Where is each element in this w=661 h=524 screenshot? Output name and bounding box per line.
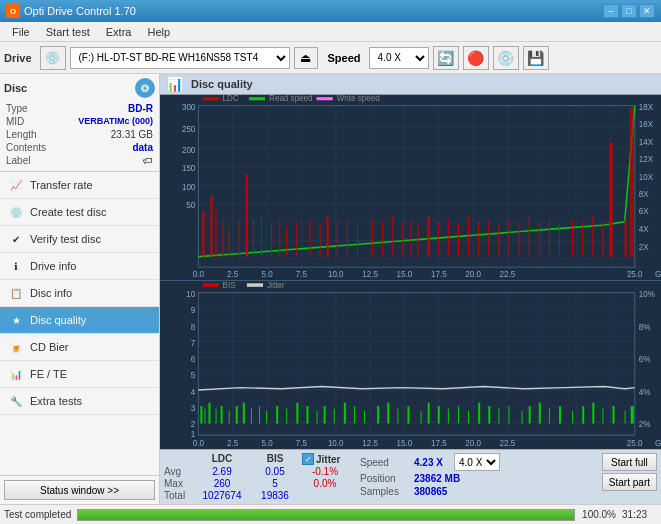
- start-buttons: Start full Start part: [602, 453, 657, 501]
- drive-select[interactable]: (F:) HL-DT-ST BD-RE WH16NS58 TST4: [70, 47, 290, 69]
- svg-text:3: 3: [191, 402, 196, 413]
- svg-rect-155: [428, 403, 430, 424]
- nav-create-test-disc[interactable]: 💿 Create test disc: [0, 199, 159, 226]
- svg-rect-147: [344, 403, 346, 424]
- svg-rect-36: [286, 227, 287, 257]
- svg-rect-51: [438, 222, 439, 257]
- svg-rect-69: [625, 220, 627, 257]
- svg-rect-49: [418, 224, 419, 257]
- stats-empty: [164, 453, 192, 465]
- svg-rect-162: [498, 408, 499, 423]
- stats-ldc-header: LDC: [196, 453, 248, 465]
- disc-length-row: Length 23.31 GB: [4, 128, 155, 141]
- svg-text:2.5: 2.5: [227, 270, 239, 279]
- menu-start-test[interactable]: Start test: [38, 24, 98, 40]
- stats-bis-header: BIS: [252, 453, 298, 465]
- nav-fe-te[interactable]: 📊 FE / TE: [0, 361, 159, 388]
- refresh-button[interactable]: 🔄: [433, 46, 459, 70]
- svg-rect-149: [364, 411, 365, 424]
- position-value: 23862 MB: [414, 473, 460, 484]
- svg-text:18X: 18X: [639, 103, 654, 112]
- stats-area: LDC BIS ✓ Jitter Avg 2.69 0.05 -0.1% Max…: [160, 449, 661, 504]
- stats-avg-jitter: -0.1%: [302, 466, 348, 477]
- disc-type-row: Type BD-R: [4, 102, 155, 115]
- disc-button[interactable]: 💿: [493, 46, 519, 70]
- nav-transfer-rate[interactable]: 📈 Transfer rate: [0, 172, 159, 199]
- svg-rect-61: [539, 222, 540, 257]
- menu-file[interactable]: File: [4, 24, 38, 40]
- menu-bar: File Start test Extra Help: [0, 22, 661, 42]
- svg-rect-154: [421, 411, 422, 424]
- nav-fe-te-label: FE / TE: [30, 368, 67, 380]
- svg-rect-146: [334, 408, 335, 423]
- disc-section: Disc 💿 Type BD-R MID VERBATIMc (000) Len…: [0, 74, 159, 172]
- svg-rect-38: [309, 220, 310, 257]
- burn-button[interactable]: 🔴: [463, 46, 489, 70]
- nav-drive-info[interactable]: ℹ Drive info: [0, 253, 159, 280]
- nav-cd-bier[interactable]: 🍺 CD Bier: [0, 334, 159, 361]
- svg-rect-25: [202, 211, 204, 256]
- nav-verify-test-disc[interactable]: ✔ Verify test disc: [0, 226, 159, 253]
- disc-length-label: Length: [6, 129, 37, 140]
- svg-rect-104: [160, 281, 661, 449]
- svg-rect-41: [337, 222, 338, 257]
- speed-select-stats[interactable]: 4.0 X Max: [454, 453, 500, 471]
- nav-disc-info[interactable]: 📋 Disc info: [0, 280, 159, 307]
- eject-button[interactable]: ⏏: [294, 47, 318, 69]
- samples-value: 380865: [414, 486, 447, 497]
- svg-rect-166: [539, 403, 541, 424]
- svg-rect-158: [458, 406, 459, 423]
- nav-verify-test-disc-label: Verify test disc: [30, 233, 101, 245]
- svg-rect-54: [468, 217, 469, 257]
- toolbar: Drive 💿 (F:) HL-DT-ST BD-RE WH16NS58 TST…: [0, 42, 661, 74]
- stats-max-label: Max: [164, 478, 192, 489]
- disc-type-label: Type: [6, 103, 28, 114]
- svg-text:2.5: 2.5: [227, 437, 238, 448]
- charts-container: 300 250 200 150 100 50 18X 16X 14X 12X 1…: [160, 95, 661, 449]
- nav-transfer-rate-label: Transfer rate: [30, 179, 93, 191]
- start-full-button[interactable]: Start full: [602, 453, 657, 471]
- svg-rect-43: [357, 224, 358, 257]
- svg-rect-70: [630, 108, 634, 257]
- nav-extra-tests[interactable]: 🔧 Extra tests: [0, 388, 159, 415]
- svg-rect-151: [387, 403, 389, 424]
- close-button[interactable]: ✕: [639, 4, 655, 18]
- nav-cd-bier-label: CD Bier: [30, 341, 69, 353]
- speed-label: Speed: [360, 457, 410, 468]
- jitter-checkbox[interactable]: ✓: [302, 453, 314, 465]
- svg-text:12.5: 12.5: [362, 437, 378, 448]
- disc-quality-icon: ★: [8, 312, 24, 328]
- svg-rect-35: [279, 220, 280, 257]
- svg-text:20.0: 20.0: [465, 270, 481, 279]
- speed-select[interactable]: 4.0 X Max 1.0 X 2.0 X 6.0 X 8.0 X: [369, 47, 429, 69]
- status-window-button[interactable]: Status window >>: [4, 480, 155, 500]
- svg-rect-129: [200, 406, 202, 423]
- menu-extra[interactable]: Extra: [98, 24, 140, 40]
- svg-rect-165: [529, 406, 531, 423]
- svg-rect-30: [239, 220, 240, 257]
- svg-rect-68: [609, 143, 612, 257]
- svg-text:GB: GB: [655, 270, 661, 279]
- svg-text:17.5: 17.5: [431, 270, 447, 279]
- svg-text:2: 2: [191, 418, 196, 429]
- minimize-button[interactable]: –: [603, 4, 619, 18]
- svg-text:22.5: 22.5: [500, 437, 516, 448]
- save-button[interactable]: 💾: [523, 46, 549, 70]
- svg-rect-137: [251, 408, 252, 423]
- maximize-button[interactable]: □: [621, 4, 637, 18]
- svg-rect-142: [296, 403, 298, 424]
- svg-rect-48: [411, 220, 412, 257]
- svg-rect-27: [216, 209, 217, 257]
- svg-rect-44: [372, 220, 373, 257]
- svg-text:6%: 6%: [639, 354, 651, 365]
- svg-rect-145: [324, 406, 326, 423]
- svg-text:25.0: 25.0: [627, 437, 643, 448]
- svg-rect-161: [488, 406, 490, 423]
- stats-total-jitter: [302, 490, 348, 501]
- nav-disc-quality[interactable]: ★ Disc quality: [0, 307, 159, 334]
- svg-text:8X: 8X: [639, 190, 649, 199]
- create-test-disc-icon: 💿: [8, 204, 24, 220]
- menu-help[interactable]: Help: [139, 24, 178, 40]
- stats-total-label: Total: [164, 490, 192, 501]
- start-part-button[interactable]: Start part: [602, 473, 657, 491]
